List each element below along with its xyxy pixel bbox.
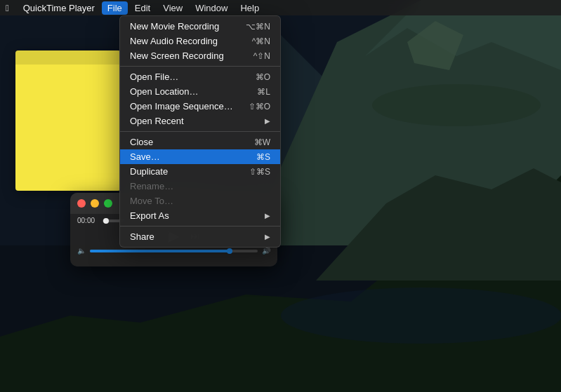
- menu-item-shortcut: ^⌘N: [252, 36, 270, 46]
- menu-item-new-movie-recording[interactable]: New Movie Recording ⌥⌘N: [120, 19, 280, 34]
- menu-item-shortcut: ⌥⌘N: [246, 22, 270, 32]
- menu-item-share[interactable]: Share ▶: [120, 229, 280, 244]
- menu-item-duplicate[interactable]: Duplicate ⇧⌘S: [120, 164, 280, 179]
- menu-item-label: Duplicate: [130, 166, 235, 177]
- file-dropdown-menu: New Movie Recording ⌥⌘N New Audio Record…: [119, 15, 281, 248]
- menu-item-close[interactable]: Close ⌘W: [120, 135, 280, 149]
- qt-volume-bar[interactable]: [90, 250, 258, 252]
- menubar-app-name[interactable]: QuickTime Player: [18, 1, 100, 15]
- svg-point-9: [372, 84, 541, 126]
- submenu-arrow-icon: ▶: [265, 212, 270, 219]
- menu-item-new-audio-recording[interactable]: New Audio Recording ^⌘N: [120, 34, 280, 48]
- sticky-titlebar: [15, 50, 121, 65]
- menu-item-open-image-sequence[interactable]: Open Image Sequence… ⇧⌘O: [120, 99, 280, 114]
- submenu-arrow-icon: ▶: [265, 117, 270, 125]
- menu-item-export-as[interactable]: Export As ▶: [120, 208, 280, 223]
- minimize-button[interactable]: [91, 199, 99, 208]
- menubar-file[interactable]: File: [102, 1, 128, 15]
- volume-high-icon: 🔊: [262, 247, 270, 255]
- apple-menu[interactable]: : [6, 3, 9, 13]
- menu-item-label: Open Location…: [130, 86, 243, 97]
- submenu-arrow-icon: ▶: [265, 233, 270, 241]
- menu-item-label: Close: [130, 137, 240, 147]
- menu-item-move-to: Move To…: [120, 194, 280, 208]
- menu-item-shortcut: ⇧⌘S: [249, 167, 270, 177]
- menu-item-label: Open Recent: [130, 116, 265, 126]
- menubar-edit[interactable]: Edit: [129, 1, 156, 15]
- menubar:  QuickTime Player File Edit View Window…: [0, 0, 561, 15]
- menu-separator-1: [120, 66, 280, 67]
- volume-low-icon: 🔈: [77, 247, 86, 255]
- menu-item-label: Rename…: [130, 181, 270, 191]
- menu-item-open-recent[interactable]: Open Recent ▶: [120, 114, 280, 128]
- menu-separator-3: [120, 226, 280, 227]
- zoom-button[interactable]: [104, 199, 112, 208]
- qt-volume-fill: [90, 250, 232, 252]
- menubar-window[interactable]: Window: [190, 1, 233, 15]
- qt-volume-thumb: [227, 248, 232, 254]
- qt-time-current: 00:00: [77, 217, 98, 224]
- qt-volume-row: 🔈 🔊: [77, 247, 270, 255]
- menubar-view[interactable]: View: [157, 1, 188, 15]
- menu-item-shortcut: ^⇧N: [253, 51, 270, 61]
- menu-item-open-file[interactable]: Open File… ⌘O: [120, 69, 280, 84]
- menu-item-label: New Screen Recording: [130, 50, 239, 61]
- close-button[interactable]: [77, 199, 86, 208]
- menu-item-label: Open File…: [130, 72, 242, 82]
- menubar-help[interactable]: Help: [235, 1, 265, 15]
- menubar-items: QuickTime Player File Edit View Window H…: [18, 1, 265, 15]
- menu-item-new-screen-recording[interactable]: New Screen Recording ^⇧N: [120, 48, 280, 63]
- qt-progress-thumb: [103, 218, 109, 224]
- menu-item-label: Save…: [130, 151, 242, 162]
- menu-item-shortcut: ⌘L: [257, 87, 270, 97]
- sticky-note-window: [15, 50, 121, 191]
- menu-item-shortcut: ⌘W: [254, 137, 270, 147]
- menu-item-label: New Audio Recording: [130, 36, 238, 46]
- menu-item-label: Share: [130, 231, 265, 242]
- menu-item-shortcut: ⌘O: [256, 72, 270, 82]
- menu-item-rename: Rename…: [120, 179, 280, 194]
- menu-separator-2: [120, 131, 280, 132]
- menu-item-label: Export As: [130, 210, 265, 221]
- menu-item-shortcut: ⇧⌘O: [249, 102, 270, 111]
- menu-item-shortcut: ⌘S: [256, 152, 270, 162]
- svg-point-7: [281, 288, 561, 344]
- menu-item-save[interactable]: Save… ⌘S: [120, 149, 280, 164]
- menu-item-label: New Movie Recording: [130, 21, 232, 32]
- menu-item-open-location[interactable]: Open Location… ⌘L: [120, 84, 280, 99]
- menu-item-label: Move To…: [130, 196, 270, 206]
- menu-item-label: Open Image Sequence…: [130, 101, 235, 111]
